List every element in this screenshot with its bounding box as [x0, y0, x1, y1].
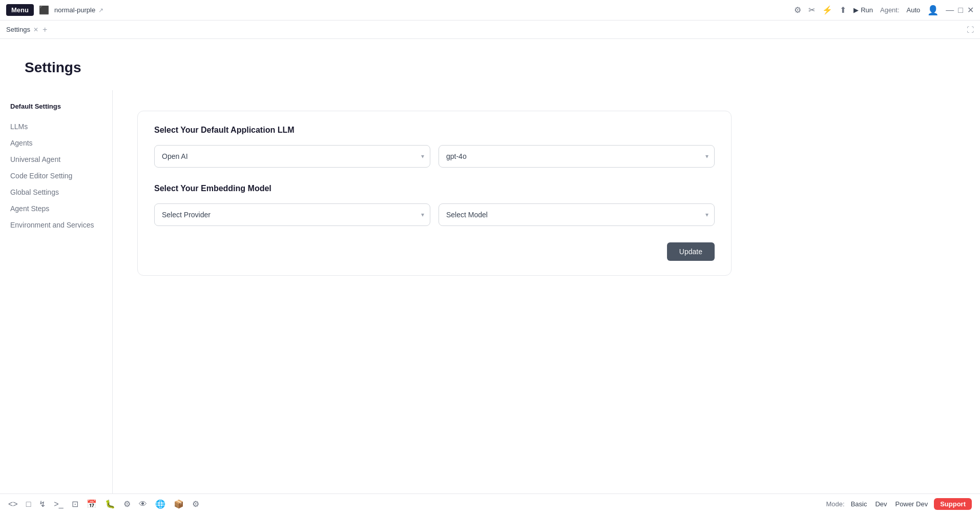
mode-power-dev[interactable]: Power Dev	[893, 499, 930, 509]
embedding-provider-select[interactable]: Select Provider Open AI Anthropic Azure	[154, 203, 430, 226]
main-layout: Settings Default Settings LLMs Agents Un…	[0, 39, 980, 494]
maximize-button[interactable]: □	[958, 6, 963, 15]
support-button[interactable]: Support	[934, 498, 972, 510]
tab-close-button[interactable]: ✕	[33, 26, 38, 33]
external-link-icon[interactable]: ↗	[98, 7, 103, 14]
eye-icon[interactable]: 👁	[139, 500, 147, 509]
page-title: Settings	[25, 59, 980, 76]
embedding-provider-wrapper: Select Provider Open AI Anthropic Azure …	[154, 203, 430, 226]
mode-section: Mode: Basic Dev Power Dev Support	[826, 498, 972, 510]
embedding-model-select[interactable]: Select Model text-embedding-ada-002 text…	[439, 203, 715, 226]
titlebar-icons: ⚙ ✂ ⚡ ⬆ ▶ Run Agent: Auto 👤 — □ ✕	[794, 5, 974, 16]
update-button[interactable]: Update	[667, 242, 715, 261]
back-icon[interactable]: ⬛	[39, 5, 49, 15]
close-button[interactable]: ✕	[967, 5, 974, 15]
sidebar-item-universal-agent[interactable]: Universal Agent	[10, 151, 102, 168]
data-icon[interactable]: ⊡	[72, 499, 78, 509]
run-button[interactable]: ▶ Run	[853, 6, 873, 14]
agent-value-text: Auto	[907, 6, 921, 14]
upload-icon[interactable]: ⬆	[840, 5, 846, 15]
tab-name-label: normal-purple ↗	[54, 6, 103, 14]
sidebar-item-llms[interactable]: LLMs	[10, 118, 102, 135]
main-content: Select Your Default Application LLM Open…	[113, 90, 980, 494]
page-heading-area: Settings	[0, 39, 980, 92]
sidebar-item-agents[interactable]: Agents	[10, 135, 102, 151]
model-select[interactable]: gpt-4o gpt-4 gpt-3.5-turbo	[439, 145, 715, 168]
provider-select[interactable]: Open AI Anthropic Azure Ollama	[154, 145, 430, 168]
tab-name-text: normal-purple	[54, 6, 95, 14]
terminal-icon[interactable]: >_	[54, 500, 63, 509]
sidebar-item-code-editor[interactable]: Code Editor Setting	[10, 168, 102, 184]
titlebar: Menu ⬛ normal-purple ↗ ⚙ ✂ ⚡ ⬆ ▶ Run Age…	[0, 0, 980, 20]
expand-icon[interactable]: ⛶	[967, 26, 974, 34]
sidebar-section-label: Default Settings	[10, 102, 102, 110]
settings-card: Select Your Default Application LLM Open…	[137, 111, 732, 276]
bottom-toolbar: <> □ ↯ >_ ⊡ 📅 🐛 ⚙ 👁 🌐 📦 ⚙ Mode: Basic De…	[0, 494, 980, 514]
tab-label: Settings	[6, 26, 30, 33]
settings-bottom-icon[interactable]: ⚙	[192, 499, 199, 509]
gear-icon[interactable]: ⚙	[123, 499, 131, 509]
sidebar-item-global-settings[interactable]: Global Settings	[10, 184, 102, 200]
llm-section-title: Select Your Default Application LLM	[154, 126, 715, 135]
mode-basic[interactable]: Basic	[849, 499, 869, 509]
sidebar-item-agent-steps[interactable]: Agent Steps	[10, 200, 102, 217]
titlebar-left: Menu ⬛ normal-purple ↗	[6, 4, 103, 16]
run-icon: ▶	[853, 6, 859, 14]
add-tab-button[interactable]: +	[43, 25, 47, 34]
tabbar: Settings ✕ + ⛶	[0, 20, 980, 39]
embedding-select-row: Select Provider Open AI Anthropic Azure …	[154, 203, 715, 226]
flow-icon[interactable]: ↯	[39, 499, 46, 509]
embedding-section: Select Your Embedding Model Select Provi…	[154, 184, 715, 226]
settings-tab[interactable]: Settings ✕	[6, 26, 38, 33]
sidebar: Default Settings LLMs Agents Universal A…	[0, 90, 113, 494]
settings-icon[interactable]: ⚙	[794, 5, 801, 15]
debug-icon[interactable]: 🐛	[105, 499, 115, 509]
tools-icon[interactable]: ✂	[808, 5, 815, 15]
provider-select-wrapper: Open AI Anthropic Azure Ollama ▾	[154, 145, 430, 168]
run-label: Run	[861, 6, 873, 14]
embedding-section-title: Select Your Embedding Model	[154, 184, 715, 193]
update-row: Update	[154, 242, 715, 261]
globe-icon[interactable]: 🌐	[155, 499, 165, 509]
llm-section: Select Your Default Application LLM Open…	[154, 126, 715, 168]
window-controls: — □ ✕	[946, 5, 974, 15]
calendar-icon[interactable]: 📅	[87, 499, 97, 509]
mode-label: Mode:	[826, 500, 845, 508]
code-icon[interactable]: <>	[8, 500, 18, 509]
agent-icon[interactable]: ⚡	[822, 5, 832, 15]
chat-icon[interactable]: □	[26, 500, 31, 509]
agent-label-text: Agent:	[880, 6, 900, 14]
user-icon[interactable]: 👤	[927, 5, 939, 16]
minimize-button[interactable]: —	[946, 6, 954, 15]
mode-dev[interactable]: Dev	[873, 499, 889, 509]
model-select-wrapper: gpt-4o gpt-4 gpt-3.5-turbo ▾	[439, 145, 715, 168]
menu-button[interactable]: Menu	[6, 4, 34, 16]
llm-select-row: Open AI Anthropic Azure Ollama ▾ gpt-4o …	[154, 145, 715, 168]
embedding-model-wrapper: Select Model text-embedding-ada-002 text…	[439, 203, 715, 226]
sidebar-item-environment-services[interactable]: Environment and Services	[10, 217, 102, 233]
package-icon[interactable]: 📦	[174, 499, 184, 509]
